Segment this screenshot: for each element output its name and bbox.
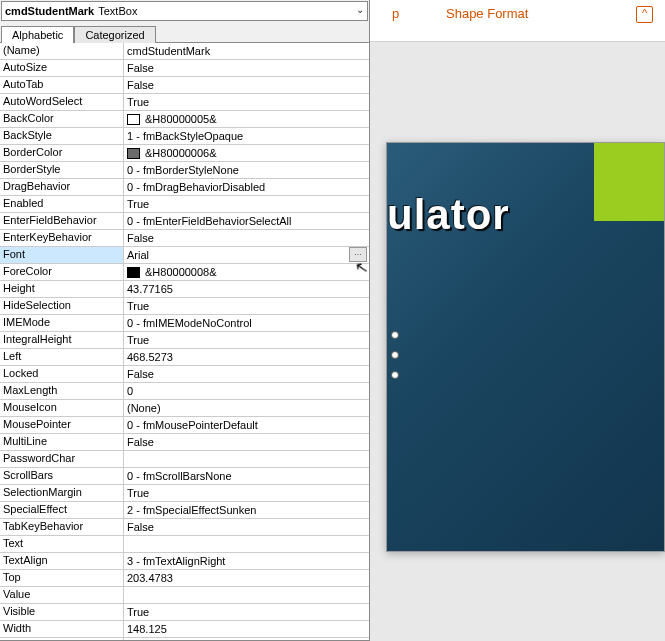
- properties-panel: cmdStudentMark TextBox ⌄ Alphabetic Cate…: [0, 0, 370, 641]
- property-row[interactable]: BorderStyle0 - fmBorderStyleNone: [0, 162, 369, 179]
- property-row[interactable]: MouseIcon(None): [0, 400, 369, 417]
- property-value[interactable]: [124, 536, 369, 552]
- property-value[interactable]: [124, 587, 369, 603]
- property-row[interactable]: Height43.77165: [0, 281, 369, 298]
- property-row[interactable]: MultiLineFalse: [0, 434, 369, 451]
- property-row[interactable]: Text: [0, 536, 369, 553]
- property-row[interactable]: Width148.125: [0, 621, 369, 638]
- property-value[interactable]: 0 - fmBorderStyleNone: [124, 162, 369, 178]
- property-name: AutoSize: [0, 60, 124, 76]
- property-name: MousePointer: [0, 417, 124, 433]
- property-value[interactable]: False: [124, 60, 369, 76]
- object-selector-dropdown[interactable]: cmdStudentMark TextBox ⌄: [1, 1, 368, 21]
- property-row[interactable]: Top203.4783: [0, 570, 369, 587]
- property-row[interactable]: ForeColor&H80000008&: [0, 264, 369, 281]
- property-value-text: True: [127, 334, 149, 346]
- property-value[interactable]: True: [124, 332, 369, 348]
- property-value[interactable]: False: [124, 366, 369, 382]
- property-value[interactable]: 0 - fmIMEModeNoControl: [124, 315, 369, 331]
- green-rectangle-shape[interactable]: [594, 143, 664, 221]
- property-row[interactable]: Value: [0, 587, 369, 604]
- property-row[interactable]: Left468.5273: [0, 349, 369, 366]
- property-row[interactable]: IMEMode0 - fmIMEModeNoControl: [0, 315, 369, 332]
- property-value[interactable]: False: [124, 230, 369, 246]
- property-value[interactable]: True: [124, 604, 369, 620]
- property-value[interactable]: True: [124, 485, 369, 501]
- property-row[interactable]: VisibleTrue: [0, 604, 369, 621]
- property-name: AutoWordSelect: [0, 94, 124, 110]
- property-row[interactable]: MousePointer0 - fmMousePointerDefault: [0, 417, 369, 434]
- tab-alphabetic[interactable]: Alphabetic: [1, 26, 74, 43]
- property-row[interactable]: FontArial…: [0, 247, 369, 264]
- property-value[interactable]: &H80000006&: [124, 145, 369, 161]
- collapse-ribbon-icon[interactable]: ^: [636, 6, 653, 23]
- resize-handle-icon[interactable]: [391, 331, 399, 339]
- property-row[interactable]: AutoTabFalse: [0, 77, 369, 94]
- property-row[interactable]: SpecialEffect2 - fmSpecialEffectSunken: [0, 502, 369, 519]
- property-row[interactable]: AutoSizeFalse: [0, 60, 369, 77]
- property-value-text: 0: [127, 385, 133, 397]
- property-row[interactable]: MaxLength0: [0, 383, 369, 400]
- property-row[interactable]: ScrollBars0 - fmScrollBarsNone: [0, 468, 369, 485]
- property-name: MouseIcon: [0, 400, 124, 416]
- property-value[interactable]: &H80000008&: [124, 264, 369, 280]
- property-value[interactable]: 0 - fmMousePointerDefault: [124, 417, 369, 433]
- property-value[interactable]: 148.125: [124, 621, 369, 637]
- property-row[interactable]: TabKeyBehaviorFalse: [0, 519, 369, 536]
- property-value[interactable]: True: [124, 638, 369, 640]
- property-row[interactable]: SelectionMarginTrue: [0, 485, 369, 502]
- property-value[interactable]: 0 - fmDragBehaviorDisabled: [124, 179, 369, 195]
- property-value[interactable]: cmdStudentMark: [124, 43, 369, 59]
- property-row[interactable]: LockedFalse: [0, 366, 369, 383]
- slide[interactable]: ulator: [386, 142, 665, 552]
- property-row[interactable]: EnterKeyBehaviorFalse: [0, 230, 369, 247]
- ribbon-bar: p Shape Format ^: [370, 0, 665, 42]
- property-row[interactable]: WordWrapTrue: [0, 638, 369, 640]
- property-grid[interactable]: (Name)cmdStudentMarkAutoSizeFalseAutoTab…: [0, 42, 369, 640]
- property-row[interactable]: BackColor&H80000005&: [0, 111, 369, 128]
- property-row[interactable]: IntegralHeightTrue: [0, 332, 369, 349]
- property-value[interactable]: True: [124, 94, 369, 110]
- property-value[interactable]: 3 - fmTextAlignRight: [124, 553, 369, 569]
- property-value[interactable]: True: [124, 298, 369, 314]
- resize-handle-icon[interactable]: [391, 351, 399, 359]
- tab-categorized[interactable]: Categorized: [74, 26, 155, 43]
- property-row[interactable]: (Name)cmdStudentMark: [0, 43, 369, 60]
- slide-area[interactable]: ulator: [370, 42, 665, 641]
- ribbon-tab-shape-format[interactable]: Shape Format: [446, 6, 528, 21]
- property-value[interactable]: 0: [124, 383, 369, 399]
- property-value[interactable]: False: [124, 434, 369, 450]
- property-row[interactable]: HideSelectionTrue: [0, 298, 369, 315]
- property-value[interactable]: 0 - fmEnterFieldBehaviorSelectAll: [124, 213, 369, 229]
- textbox-control-selected[interactable]: [391, 331, 409, 379]
- property-value[interactable]: [124, 451, 369, 467]
- property-value-text: False: [127, 521, 154, 533]
- property-value[interactable]: 468.5273: [124, 349, 369, 365]
- property-row[interactable]: PasswordChar: [0, 451, 369, 468]
- property-value[interactable]: False: [124, 77, 369, 93]
- property-value[interactable]: &H80000005&: [124, 111, 369, 127]
- property-value[interactable]: (None): [124, 400, 369, 416]
- property-value[interactable]: 43.77165: [124, 281, 369, 297]
- property-value[interactable]: True: [124, 196, 369, 212]
- property-row[interactable]: EnabledTrue: [0, 196, 369, 213]
- property-row[interactable]: DragBehavior0 - fmDragBehaviorDisabled: [0, 179, 369, 196]
- property-value[interactable]: Arial…: [124, 247, 369, 263]
- property-name: AutoTab: [0, 77, 124, 93]
- property-row[interactable]: AutoWordSelectTrue: [0, 94, 369, 111]
- property-row[interactable]: EnterFieldBehavior0 - fmEnterFieldBehavi…: [0, 213, 369, 230]
- property-row[interactable]: TextAlign3 - fmTextAlignRight: [0, 553, 369, 570]
- property-value[interactable]: 2 - fmSpecialEffectSunken: [124, 502, 369, 518]
- property-value-text: 2 - fmSpecialEffectSunken: [127, 504, 256, 516]
- ribbon-tab-partial[interactable]: p: [392, 6, 406, 21]
- property-value[interactable]: False: [124, 519, 369, 535]
- property-value-text: True: [127, 487, 149, 499]
- resize-handle-icon[interactable]: [391, 371, 399, 379]
- property-value-text: 0 - fmIMEModeNoControl: [127, 317, 252, 329]
- property-value[interactable]: 1 - fmBackStyleOpaque: [124, 128, 369, 144]
- property-value[interactable]: 0 - fmScrollBarsNone: [124, 468, 369, 484]
- property-row[interactable]: BackStyle1 - fmBackStyleOpaque: [0, 128, 369, 145]
- property-name: IMEMode: [0, 315, 124, 331]
- property-value[interactable]: 203.4783: [124, 570, 369, 586]
- property-row[interactable]: BorderColor&H80000006&: [0, 145, 369, 162]
